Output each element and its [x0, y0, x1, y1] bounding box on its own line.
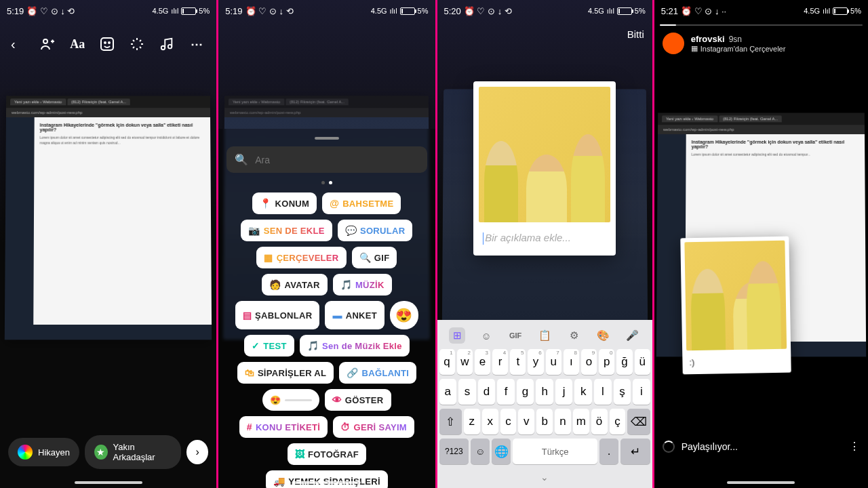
- key-x[interactable]: x: [482, 409, 498, 434]
- key-u[interactable]: u7: [546, 349, 561, 375]
- drawer-handle[interactable]: [315, 137, 339, 140]
- sticker-frames[interactable]: ▦ÇERÇEVELER: [256, 247, 346, 268]
- sticker-search[interactable]: 🔍: [226, 146, 427, 173]
- sticker-avatar[interactable]: 🧑AVATAR: [262, 274, 327, 296]
- share-actions: Hikayen ★ Yakın Arkadaşlar ›: [8, 435, 208, 469]
- key-j[interactable]: j: [555, 379, 573, 405]
- sticker-location[interactable]: 📍KONUM: [252, 192, 317, 214]
- key-ş[interactable]: ş: [614, 379, 631, 405]
- kbd-row-2: asdfghjklşi: [437, 377, 652, 407]
- posted-photo: [684, 241, 787, 351]
- key-l[interactable]: l: [594, 379, 612, 405]
- search-icon: 🔍: [235, 153, 248, 166]
- search-input[interactable]: [255, 155, 418, 165]
- key-ö[interactable]: ö: [591, 409, 608, 434]
- kbd-collapse-button[interactable]: ⌄: [437, 466, 652, 488]
- key-w[interactable]: w2: [457, 349, 473, 375]
- key-ç[interactable]: ç: [610, 409, 626, 434]
- kbd-settings-icon[interactable]: ⚙: [566, 327, 582, 344]
- username-label[interactable]: efrovski9sn: [691, 34, 786, 44]
- key-d[interactable]: d: [478, 379, 496, 405]
- more-icon[interactable]: ⋯: [188, 35, 205, 53]
- key-m[interactable]: m: [573, 409, 589, 434]
- key-k[interactable]: k: [574, 379, 592, 405]
- sticker-questions[interactable]: 💬SORULAR: [338, 220, 413, 241]
- sticker-mention[interactable]: @BAHSETME: [322, 192, 401, 214]
- kbd-clipboard-icon[interactable]: 📋: [536, 327, 553, 344]
- key-s[interactable]: s: [458, 379, 476, 405]
- your-story-button[interactable]: Hikayen: [8, 438, 79, 466]
- space-key[interactable]: Türkçe: [513, 439, 597, 464]
- home-indicator[interactable]: [293, 481, 361, 484]
- sticker-quiz[interactable]: ✓TEST: [244, 335, 294, 357]
- globe-key[interactable]: 🌐: [492, 439, 511, 464]
- kbd-mic-icon[interactable]: 🎤: [624, 327, 640, 344]
- key-n[interactable]: n: [555, 409, 571, 434]
- key-z[interactable]: z: [464, 409, 480, 434]
- key-q[interactable]: q1: [439, 349, 455, 375]
- user-avatar[interactable]: [663, 33, 684, 54]
- sticker-music[interactable]: 🎵MÜZİK: [333, 274, 392, 296]
- kbd-emoji-icon[interactable]: ☺: [478, 327, 494, 344]
- key-h[interactable]: h: [536, 379, 553, 405]
- story-background: Yeni yazı ekle ‹ Webmasto (812) Fikretçi…: [0, 0, 216, 488]
- key-t[interactable]: t5: [510, 349, 526, 375]
- key-r[interactable]: r4: [492, 349, 508, 375]
- back-button[interactable]: ‹: [11, 37, 16, 52]
- sticker-templates[interactable]: ▤ŞABLONLAR: [235, 301, 320, 329]
- period-key[interactable]: .: [599, 439, 618, 464]
- sticker-link[interactable]: 🔗BAĞLANTI: [339, 362, 416, 384]
- sticker-orders[interactable]: 🛍SİPARİŞLER AL: [237, 362, 334, 384]
- sticker-emoji-slider[interactable]: 😍: [262, 389, 319, 411]
- sticker-food-orders[interactable]: 🚚YEMEK SİPARİŞLERİ: [266, 470, 388, 488]
- backspace-key[interactable]: ⌫: [627, 409, 650, 434]
- key-a[interactable]: a: [439, 379, 457, 405]
- key-y[interactable]: y6: [528, 349, 543, 375]
- sticker-poll[interactable]: ▬ANKET: [325, 301, 384, 329]
- symbols-key[interactable]: ?123: [439, 439, 469, 464]
- key-p[interactable]: p0: [599, 349, 614, 375]
- emoji-key[interactable]: ☺: [471, 439, 490, 464]
- key-e[interactable]: e3: [475, 349, 490, 375]
- sticker-drawer[interactable]: 🔍 📍KONUM @BAHSETME 📷SEN DE EKLE 💬SORULAR…: [218, 129, 435, 488]
- sticker-countdown[interactable]: ⏱GERİ SAYIM: [333, 416, 414, 438]
- key-ü[interactable]: ü: [635, 349, 650, 375]
- editor-topbar: ‹ Aa ⋯: [0, 27, 216, 61]
- tag-people-icon[interactable]: [39, 35, 56, 53]
- kbd-stickers-icon[interactable]: ⊞: [449, 327, 465, 344]
- home-indicator[interactable]: [75, 481, 142, 484]
- kbd-gif-icon[interactable]: GIF: [507, 327, 524, 344]
- sticker-addmusic[interactable]: 🎵Sen de Müzik Ekle: [300, 335, 410, 357]
- home-indicator[interactable]: [727, 481, 795, 484]
- close-friends-button[interactable]: ★ Yakın Arkadaşlar: [85, 435, 181, 469]
- key-o[interactable]: o9: [581, 349, 597, 375]
- key-i[interactable]: i: [633, 379, 650, 405]
- sticker-addyours[interactable]: 📷SEN DE EKLE: [241, 220, 332, 241]
- key-ı[interactable]: ı8: [564, 349, 579, 375]
- next-button[interactable]: ›: [186, 440, 208, 464]
- posted-frame-sticker[interactable]: :): [680, 237, 791, 375]
- done-button[interactable]: Bitti: [627, 28, 644, 40]
- sticker-gif[interactable]: 🔍GIF: [352, 247, 397, 268]
- key-v[interactable]: v: [518, 409, 534, 434]
- effects-icon[interactable]: [128, 35, 146, 53]
- text-icon[interactable]: Aa: [68, 35, 86, 53]
- key-ğ[interactable]: ğ: [616, 349, 632, 375]
- kbd-theme-icon[interactable]: 🎨: [595, 327, 611, 344]
- sticker-reveal[interactable]: 👁GÖSTER: [325, 389, 391, 411]
- key-b[interactable]: b: [536, 409, 553, 434]
- key-f[interactable]: f: [497, 379, 515, 405]
- caption-input[interactable]: Bir açıklama ekle...: [479, 222, 610, 250]
- sticker-photo[interactable]: 🖼FOTOĞRAF: [288, 443, 366, 465]
- close-friends-icon: ★: [94, 445, 108, 460]
- more-button[interactable]: ⋮: [849, 440, 860, 453]
- sticker-hashtag[interactable]: #KONU ETİKETİ: [239, 416, 328, 438]
- sticker-icon[interactable]: [98, 35, 116, 53]
- enter-key[interactable]: ↵: [620, 439, 650, 464]
- shift-key[interactable]: ⇧: [439, 409, 462, 434]
- sticker-emoji[interactable]: 😍: [390, 301, 418, 329]
- key-c[interactable]: c: [500, 409, 517, 434]
- music-icon[interactable]: [158, 35, 176, 53]
- key-g[interactable]: g: [517, 379, 534, 405]
- frame-sticker-card[interactable]: Bir açıklama ekle...: [473, 81, 616, 256]
